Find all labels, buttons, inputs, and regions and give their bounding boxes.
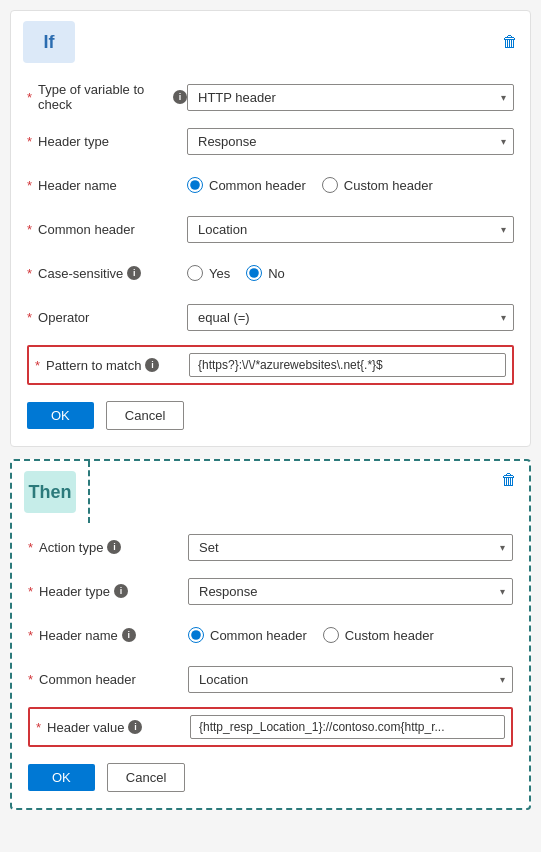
then-card-body: * Action type i Set ▾ * Header type i — [12, 523, 529, 808]
then-header-type-control: Response ▾ — [188, 578, 513, 605]
if-case-sensitive-control: Yes No — [187, 265, 514, 281]
then-card-header-area: Then 🗑 — [12, 461, 529, 523]
then-label: Then — [24, 471, 76, 513]
if-operator-text: Operator — [38, 310, 89, 325]
then-common-header-label: Common header — [210, 628, 307, 643]
then-header-type-text: Header type — [39, 584, 110, 599]
then-header-name-info-icon[interactable]: i — [122, 628, 136, 642]
if-operator-label: * Operator — [27, 310, 187, 325]
then-ok-button[interactable]: OK — [28, 764, 95, 791]
if-custom-header-label: Custom header — [344, 178, 433, 193]
if-header-type-select[interactable]: Response — [187, 128, 514, 155]
if-custom-header-radio[interactable] — [322, 177, 338, 193]
required-star-6: * — [27, 310, 32, 325]
then-label-col: Then — [12, 461, 88, 523]
then-common-header-label-col: * Common header — [28, 672, 188, 687]
if-pattern-to-match-info-icon[interactable]: i — [145, 358, 159, 372]
then-action-type-row: * Action type i Set ▾ — [28, 531, 513, 563]
if-case-sensitive-yes-radio[interactable] — [187, 265, 203, 281]
required-star-4: * — [27, 222, 32, 237]
then-header-value-info-icon[interactable]: i — [128, 720, 142, 734]
then-action-type-select[interactable]: Set — [188, 534, 513, 561]
then-common-header-radio[interactable] — [188, 627, 204, 643]
if-common-header-option[interactable]: Common header — [187, 177, 306, 193]
required-star-t2: * — [28, 584, 33, 599]
if-trash-icon[interactable]: 🗑 — [502, 33, 518, 51]
required-star-3: * — [27, 178, 32, 193]
then-custom-header-label: Custom header — [345, 628, 434, 643]
if-case-sensitive-row: * Case-sensitive i Yes No — [27, 257, 514, 289]
type-of-variable-select[interactable]: HTTP header — [187, 84, 514, 111]
then-header-name-control: Common header Custom header — [188, 627, 513, 643]
if-case-sensitive-no-option[interactable]: No — [246, 265, 285, 281]
then-common-header-option[interactable]: Common header — [188, 627, 307, 643]
if-common-header-text: Common header — [38, 222, 135, 237]
then-header-name-label: * Header name i — [28, 628, 188, 643]
if-operator-row: * Operator equal (=) ▾ — [27, 301, 514, 333]
if-common-header-row: * Common header Location ▾ — [27, 213, 514, 245]
if-card-body: * Type of variable to check i HTTP heade… — [11, 73, 530, 446]
type-of-variable-row: * Type of variable to check i HTTP heade… — [27, 81, 514, 113]
if-header-name-row: * Header name Common header Custom heade… — [27, 169, 514, 201]
then-common-header-select[interactable]: Location — [188, 666, 513, 693]
if-case-sensitive-no-label: No — [268, 266, 285, 281]
if-operator-select[interactable]: equal (=) — [187, 304, 514, 331]
required-star-t1: * — [28, 540, 33, 555]
if-header-type-label: * Header type — [27, 134, 187, 149]
then-dashed-area — [88, 461, 489, 523]
if-header-name-label: * Header name — [27, 178, 187, 193]
if-card-header: If 🗑 — [11, 11, 530, 73]
if-common-header-label: Common header — [209, 178, 306, 193]
if-cancel-button[interactable]: Cancel — [106, 401, 184, 430]
if-header-type-text: Header type — [38, 134, 109, 149]
if-common-header-control: Location ▾ — [187, 216, 514, 243]
if-case-sensitive-text: Case-sensitive — [38, 266, 123, 281]
type-of-variable-info-icon[interactable]: i — [173, 90, 187, 104]
required-star-5: * — [27, 266, 32, 281]
then-header-value-text: Header value — [47, 720, 124, 735]
required-star-2: * — [27, 134, 32, 149]
then-action-type-info-icon[interactable]: i — [107, 540, 121, 554]
then-custom-header-radio[interactable] — [323, 627, 339, 643]
then-trash-icon[interactable]: 🗑 — [501, 471, 517, 489]
if-ok-button[interactable]: OK — [27, 402, 94, 429]
then-header-type-select[interactable]: Response — [188, 578, 513, 605]
then-custom-header-option[interactable]: Custom header — [323, 627, 434, 643]
then-header-type-info-icon[interactable]: i — [114, 584, 128, 598]
required-star-t4: * — [28, 672, 33, 687]
required-star: * — [27, 90, 32, 105]
then-header-name-text: Header name — [39, 628, 118, 643]
then-header-name-radio-group: Common header Custom header — [188, 627, 513, 643]
then-cancel-button[interactable]: Cancel — [107, 763, 185, 792]
if-header-name-control: Common header Custom header — [187, 177, 514, 193]
then-button-row: OK Cancel — [28, 759, 513, 792]
if-custom-header-option[interactable]: Custom header — [322, 177, 433, 193]
then-action-type-text: Action type — [39, 540, 103, 555]
if-pattern-to-match-label: * Pattern to match i — [35, 358, 189, 373]
if-pattern-to-match-text: Pattern to match — [46, 358, 141, 373]
then-header-value-input[interactable] — [190, 715, 505, 739]
then-common-header-text: Common header — [39, 672, 136, 687]
required-star-t3: * — [28, 628, 33, 643]
then-header-name-row: * Header name i Common header Custom hea… — [28, 619, 513, 651]
then-common-header-row: * Common header Location ▾ — [28, 663, 513, 695]
if-case-sensitive-no-radio[interactable] — [246, 265, 262, 281]
if-label: If — [23, 21, 75, 63]
then-header-value-label: * Header value i — [36, 720, 190, 735]
if-case-sensitive-info-icon[interactable]: i — [127, 266, 141, 280]
if-header-name-radio-group: Common header Custom header — [187, 177, 514, 193]
then-header-type-row: * Header type i Response ▾ — [28, 575, 513, 607]
if-pattern-to-match-row: * Pattern to match i — [27, 345, 514, 385]
if-common-header-radio[interactable] — [187, 177, 203, 193]
type-of-variable-control: HTTP header ▾ — [187, 84, 514, 111]
if-common-header-select[interactable]: Location — [187, 216, 514, 243]
if-pattern-to-match-input[interactable] — [189, 353, 506, 377]
required-star-t5: * — [36, 720, 41, 735]
required-star-7: * — [35, 358, 40, 373]
then-header-value-row: * Header value i — [28, 707, 513, 747]
if-case-sensitive-yes-option[interactable]: Yes — [187, 265, 230, 281]
if-button-row: OK Cancel — [27, 397, 514, 430]
then-action-type-control: Set ▾ — [188, 534, 513, 561]
if-card: If 🗑 * Type of variable to check i HTTP … — [10, 10, 531, 447]
type-of-variable-label: * Type of variable to check i — [27, 82, 187, 112]
